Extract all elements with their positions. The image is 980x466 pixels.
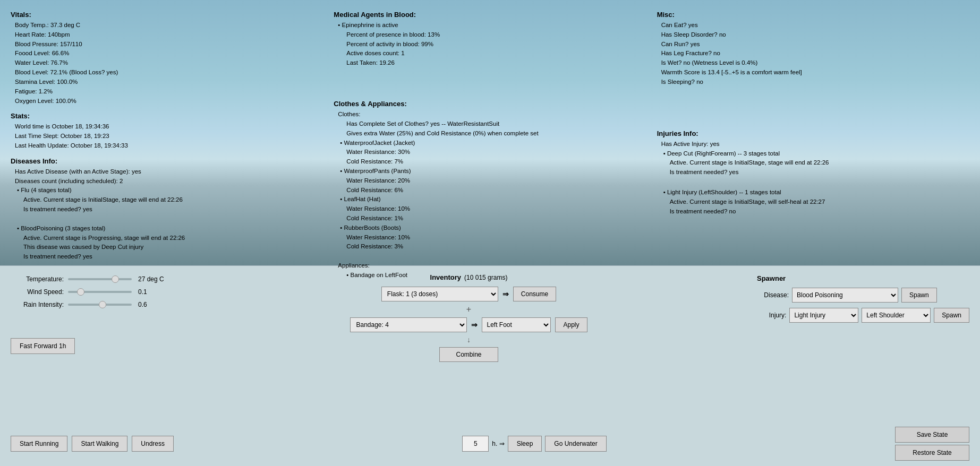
injury-label: Injury: — [757, 312, 786, 319]
diseases-title: Diseases Info: — [11, 157, 323, 165]
stamina-level: Stamina Level: 100.0% — [15, 77, 323, 87]
main-info-area: Vitals: Body Temp.: 37.3 deg C Heart Rat… — [0, 0, 980, 265]
bottom-left-buttons: Start Running Start Walking Undress — [11, 436, 174, 452]
apply-button[interactable]: Apply — [555, 317, 587, 332]
sleep-disorder: Has Sleep Disorder? no — [661, 30, 969, 40]
start-walking-button[interactable]: Start Walking — [72, 436, 127, 452]
sleep-hours-input[interactable] — [462, 436, 489, 452]
clothes-title: Clothes & Appliances: — [334, 100, 646, 108]
bottom-panel: Temperature: 27 deg C Wind Speed: 0.1 Ra… — [0, 265, 980, 466]
light-injury-name: • Light Injury (LeftShoulder) -- 1 stage… — [663, 188, 969, 197]
temperature-value: 27 deg C — [138, 275, 164, 283]
item2-select[interactable]: Flask: 1 (3 doses)Bandage: 4 — [350, 317, 467, 332]
rain-intensity-thumb[interactable] — [99, 301, 106, 308]
vitals-title: Vitals: — [11, 11, 323, 19]
blood-poisoning-line3: Is treatment needed? yes — [23, 252, 323, 262]
last-taken: Last Taken: 19.26 — [346, 58, 646, 68]
boots-name: • RubberBoots (Boots) — [340, 223, 646, 233]
jacket-name: • WaterproofJacket (Jacket) — [340, 139, 646, 148]
blood-pressure: Blood Pressure: 157/110 — [15, 40, 323, 49]
jacket-water: Water Resistance: 30% — [346, 148, 646, 157]
save-state-button[interactable]: Save State — [895, 427, 969, 443]
start-running-button[interactable]: Start Running — [11, 436, 67, 452]
is-wet: Is Wet? no (Wetness Level is 0.4%) — [661, 58, 969, 68]
is-sleeping: Is Sleeping? no — [661, 77, 969, 87]
spawn-disease-button[interactable]: Spawn — [901, 288, 937, 303]
warmth: Warmth Score is 13.4 [-5..+5 is a comfor… — [661, 68, 969, 77]
inventory-row-2: Flask: 1 (3 doses)Bandage: 4 ⇒ Left Foot… — [350, 317, 587, 332]
consume-button[interactable]: Consume — [513, 287, 556, 301]
stats-title: Stats: — [11, 112, 323, 120]
percent-activity: Percent of activity in blood: 99% — [346, 40, 646, 49]
active-doses: Active doses count: 1 — [346, 49, 646, 58]
inventory-row-1: Flask: 1 (3 doses)Bandage: 4 ⇒ Consume — [381, 287, 556, 301]
combine-button[interactable]: Combine — [439, 347, 498, 362]
light-injury-line1: Active. Current stage is InitialStage, w… — [670, 197, 969, 207]
vitals-content: Body Temp.: 37.3 deg C Heart Rate: 140bp… — [15, 21, 323, 106]
rain-intensity-track — [68, 304, 132, 306]
sleep-button[interactable]: Sleep — [508, 436, 542, 452]
temperature-thumb[interactable] — [112, 275, 119, 283]
temperature-row: Temperature: 27 deg C — [11, 275, 181, 283]
medical-agents-title: Medical Agents in Blood: — [334, 11, 646, 19]
body-part-select[interactable]: Left FootRight FootLeft HandRight HandHe… — [482, 317, 551, 332]
restore-state-button[interactable]: Restore State — [895, 445, 969, 461]
clothes-content: Clothes: Has Complete Set of Clothes? ye… — [338, 110, 646, 280]
wind-speed-thumb[interactable] — [77, 288, 84, 296]
body-temp: Body Temp.: 37.3 deg C — [15, 21, 323, 30]
arrow-2: ⇒ — [471, 321, 478, 329]
undress-button[interactable]: Undress — [132, 436, 174, 452]
disease-active: Has Active Disease (with an Active Stage… — [15, 167, 323, 177]
env-controls: Temperature: 27 deg C Wind Speed: 0.1 Ra… — [11, 273, 181, 354]
hat-water: Water Resistance: 10% — [346, 204, 646, 214]
food-level: Foood Level: 66.6% — [15, 49, 323, 58]
column-center: Medical Agents in Blood: • Epinephrine i… — [334, 11, 646, 255]
medical-agents-content: • Epinephrine is active Percent of prese… — [338, 21, 646, 68]
boots-water: Water Resistance: 10% — [346, 233, 646, 243]
bottom-top-row: Temperature: 27 deg C Wind Speed: 0.1 Ra… — [11, 273, 969, 390]
stats-content: World time is October 18, 19:34:36 Last … — [15, 122, 323, 150]
deep-cut-name: • Deep Cut (RightForearm) -- 3 stages to… — [663, 149, 969, 159]
light-injury-line2: Is treatment needed? no — [670, 207, 969, 217]
injury-type-select[interactable]: Light InjuryDeep CutFracture — [789, 308, 858, 323]
column-left: Vitals: Body Temp.: 37.3 deg C Heart Rat… — [11, 11, 323, 255]
injury-active: Has Active Injury: yes — [661, 140, 969, 149]
arrow-1: ⇒ — [502, 290, 509, 298]
boots-cold: Cold Resistance: 3% — [346, 242, 646, 252]
deep-cut-line2: Is treatment needed? yes — [670, 168, 969, 177]
jacket-cold: Cold Resistance: 7% — [346, 157, 646, 167]
item1-select[interactable]: Flask: 1 (3 doses)Bandage: 4 — [381, 287, 498, 301]
appliances-label: Appliances: — [338, 261, 646, 271]
wind-speed-row: Wind Speed: 0.1 — [11, 288, 181, 296]
column-right: Misc: Can Eat? yes Has Sleep Disorder? n… — [657, 11, 969, 255]
go-underwater-button[interactable]: Go Underwater — [545, 436, 606, 452]
last-slept: Last Time Slept: October 18, 19:23 — [15, 132, 323, 141]
injury-body-part-select[interactable]: Left ShoulderRight ShoulderLeft ArmRight… — [862, 308, 931, 323]
rain-intensity-label: Rain Intensity: — [11, 301, 64, 308]
water-level: Water Level: 76.7% — [15, 58, 323, 68]
disease-spawner-row: Disease: Blood PoisoningFluCholera Spawn — [757, 288, 969, 303]
hat-name: • LeafHat (Hat) — [340, 195, 646, 204]
bottom-right-buttons: Save State Restore State — [895, 427, 969, 461]
bottom-center-buttons: h. ⇒ Sleep Go Underwater — [462, 436, 606, 452]
disease-select[interactable]: Blood PoisoningFluCholera — [792, 288, 898, 303]
blood-level: Blood Level: 72.1% (Blood Loss? yes) — [15, 68, 323, 77]
leg-fracture: Has Leg Fracture? no — [661, 49, 969, 58]
fast-forward-button[interactable]: Fast Forward 1h — [11, 338, 75, 354]
extra-water: Gives extra Water (25%) and Cold Resista… — [346, 129, 646, 139]
oxygen-level: Oxygen Level: 100.0% — [15, 97, 323, 106]
injuries-title: Injuries Info: — [657, 130, 969, 137]
plus-symbol: + — [466, 305, 471, 314]
pants-water: Water Resistance: 20% — [346, 176, 646, 186]
wind-speed-value: 0.1 — [138, 288, 147, 296]
blood-poisoning-name: • BloodPoisoning (3 stages total) — [17, 224, 323, 234]
can-eat: Can Eat? yes — [661, 21, 969, 30]
last-health: Last Health Update: October 18, 19:34:33 — [15, 141, 323, 151]
misc-title: Misc: — [657, 11, 969, 19]
down-symbol: ↓ — [467, 335, 471, 344]
diseases-content: Has Active Disease (with an Active Stage… — [15, 167, 323, 262]
wind-speed-label: Wind Speed: — [11, 288, 64, 296]
spawn-injury-button[interactable]: Spawn — [934, 308, 969, 323]
heart-rate: Heart Rate: 140bpm — [15, 30, 323, 40]
temperature-track — [68, 278, 132, 280]
